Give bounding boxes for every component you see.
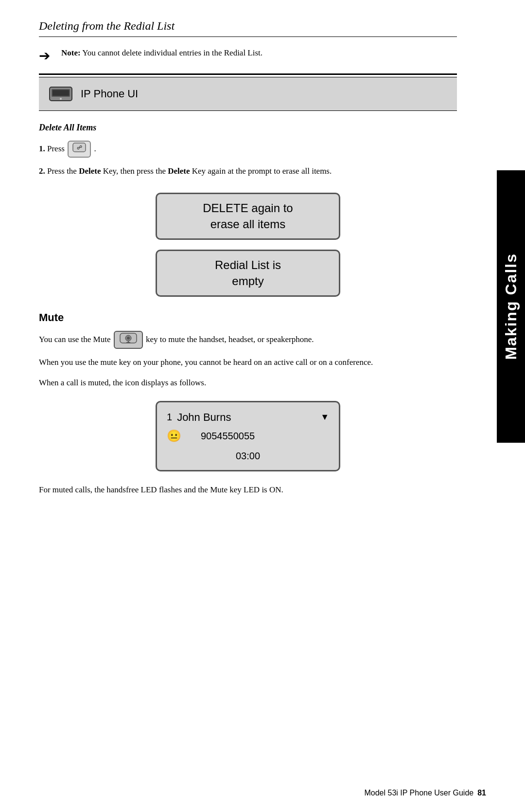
ip-phone-label: IP Phone UI: [81, 88, 138, 100]
mute-lcd-phone: 9054550055: [201, 429, 329, 443]
side-tab: Making Calls: [497, 170, 525, 443]
note-box: ➔ Note: You cannot delete individual ent…: [39, 47, 457, 64]
step-2-delete1: Delete: [79, 166, 101, 176]
step-1-text: Press: [47, 144, 67, 153]
svg-rect-2: [52, 90, 69, 96]
page-container: Making Calls Deleting from the Redial Li…: [0, 0, 525, 812]
subsection-title: Delete All Items: [39, 123, 457, 133]
note-prefix: Note:: [61, 48, 81, 57]
section-body: Delete All Items 1. Press ☍ . 2. Press t…: [39, 111, 457, 297]
mute-para-1-after: key to mute the handset, headset, or spe…: [146, 335, 314, 344]
step-2-text-mid: Key, then press the: [103, 166, 168, 176]
arrow-right-icon: ➔: [39, 48, 53, 64]
mute-lcd-time: 03:00: [236, 449, 260, 463]
svg-text:☍: ☍: [77, 144, 82, 150]
mute-para-4: For muted calls, the handsfree LED flash…: [39, 483, 457, 496]
mute-section: Mute You can use the Mute key to mute th…: [39, 311, 457, 496]
step-2-delete2: Delete: [168, 166, 190, 176]
step-1-period: .: [94, 144, 96, 153]
step-2: 2. Press the Delete Key, then press the …: [39, 164, 457, 178]
phone-icon: [49, 84, 73, 104]
mute-lcd-box: 1 John Burns ▼ 😐 9054550055 03:00: [156, 401, 340, 471]
step-1: 1. Press ☍ .: [39, 141, 457, 158]
redial-button-icon: ☍: [68, 141, 91, 158]
mute-para-3: When a call is muted, the icon displays …: [39, 376, 457, 389]
footer-page-number: 81: [477, 789, 486, 797]
lcd-display-area: DELETE again to erase all items Redial L…: [39, 193, 457, 297]
mute-para-2: When you use the mute key on your phone,…: [39, 356, 457, 369]
mute-lcd-name: John Burns: [177, 409, 315, 425]
mute-lcd-row-2: 😐 9054550055: [167, 427, 329, 445]
title-underline: [39, 36, 457, 37]
lcd-box-1: DELETE again to erase all items: [156, 193, 340, 240]
section-title: Deleting from the Redial List: [39, 19, 457, 33]
lcd-box-1-text: DELETE again to erase all items: [203, 200, 293, 233]
step-1-num: 1.: [39, 144, 45, 153]
svg-point-8: [127, 337, 130, 340]
mute-lcd-arrow-icon: ▼: [320, 411, 329, 424]
mute-face-icon: 😐: [167, 427, 181, 445]
mute-lcd-number: 1: [167, 410, 172, 424]
step-2-text-after: Key again at the prompt to erase all ite…: [192, 166, 332, 176]
step-2-num: 2.: [39, 166, 45, 176]
footer: Model 53i IP Phone User Guide 81: [0, 789, 525, 797]
lcd-box-2-text: Redial List is empty: [215, 257, 281, 289]
mute-lcd-row-1: 1 John Burns ▼: [167, 409, 329, 425]
lcd-box-2: Redial List is empty: [156, 250, 340, 297]
main-content: Deleting from the Redial List ➔ Note: Yo…: [0, 0, 496, 532]
mute-button-icon: [114, 331, 143, 349]
lcd-line-1b: erase all items: [210, 217, 286, 231]
note-text: Note: You cannot delete individual entri…: [61, 47, 262, 59]
step-2-text-before: Press the: [47, 166, 79, 176]
lcd-line-2a: Redial List is: [215, 258, 281, 271]
mute-title: Mute: [39, 311, 457, 324]
side-tab-text: Making Calls: [502, 253, 520, 360]
lcd-line-2b: empty: [232, 274, 263, 288]
mute-display-area: 1 John Burns ▼ 😐 9054550055 03:00: [39, 401, 457, 471]
ip-phone-bar: IP Phone UI: [39, 77, 457, 110]
mute-para-1-before: You can use the Mute: [39, 335, 110, 344]
mute-lcd-row-3: 03:00: [167, 447, 329, 463]
lcd-line-1a: DELETE again to: [203, 201, 293, 215]
svg-point-3: [60, 98, 62, 100]
note-body: You cannot delete individual entries in …: [82, 48, 262, 57]
footer-model-text: Model 53i IP Phone User Guide: [364, 789, 473, 797]
mute-para-1: You can use the Mute key to mute the han…: [39, 331, 457, 349]
